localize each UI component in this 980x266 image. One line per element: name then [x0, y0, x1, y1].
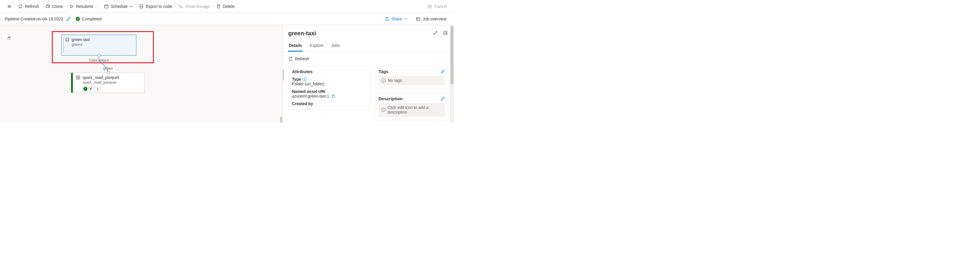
chevron-down-icon [404, 17, 407, 21]
pipeline-name: Pipeline-Created-on-04-13-2023 [5, 17, 63, 21]
svg-point-8 [66, 38, 69, 39]
info-icon[interactable]: i [302, 77, 307, 81]
node-green-taxi[interactable]: green-taxi green/ [61, 35, 136, 56]
tab-jobs[interactable]: Jobs [331, 41, 340, 52]
v-count: 1 [95, 87, 100, 91]
lineage-label: Show lineage [185, 4, 210, 9]
trash-icon [216, 4, 221, 9]
edge-label: green [103, 66, 113, 70]
delete-button[interactable]: Delete [213, 2, 237, 11]
refresh-icon [18, 4, 23, 9]
overview-label: Job overview [423, 17, 446, 21]
panel-refresh-label: Refresh [295, 57, 309, 61]
svg-rect-2 [140, 5, 143, 8]
export-button[interactable]: Export to code [136, 2, 175, 11]
lineage-button: Show lineage [175, 2, 212, 11]
dataset-icon [65, 37, 70, 42]
created-by-label: Created by [292, 101, 313, 106]
copy-icon[interactable] [331, 94, 336, 99]
panel-scrollbar-track[interactable] [450, 25, 454, 123]
top-toolbar: Refresh Clone Resubmit Schedule Export t… [0, 0, 454, 13]
cancel-button: Cancel [425, 2, 450, 11]
panel-title: green-taxi [288, 30, 429, 37]
job-overview-button[interactable]: Job overview [413, 15, 449, 23]
svg-rect-1 [105, 5, 108, 8]
svg-rect-9 [76, 76, 78, 77]
delete-label: Delete [223, 4, 235, 9]
svg-rect-10 [78, 76, 80, 77]
svg-rect-14 [332, 95, 334, 97]
description-header: Description [379, 96, 403, 101]
clone-icon [45, 4, 50, 9]
tab-details[interactable]: Details [288, 41, 303, 52]
info-icon: i [382, 78, 385, 83]
svg-rect-7 [417, 18, 420, 21]
expand-button[interactable] [4, 2, 14, 11]
component-icon [76, 75, 80, 80]
success-check-icon [75, 17, 80, 21]
status-text: Completed [82, 17, 102, 21]
refresh-button[interactable]: Refresh [15, 2, 42, 11]
play-icon [69, 4, 74, 9]
share-button[interactable]: Share [382, 15, 410, 23]
panel-refresh-button[interactable]: Refresh [288, 55, 312, 63]
lineage-icon [178, 4, 183, 9]
port-label: Data output [89, 58, 109, 62]
description-card: Description i Click edit icon to add a d… [375, 93, 449, 121]
svg-rect-3 [179, 5, 180, 6]
v-label: V [89, 87, 93, 91]
h-scroll-indicator[interactable] [280, 117, 282, 123]
node-status-bar [71, 73, 73, 92]
node-subtitle: spark_read_parquet [83, 80, 141, 84]
type-label: Type [292, 77, 301, 81]
resubmit-button[interactable]: Resubmit [67, 2, 96, 11]
cancel-icon [428, 4, 432, 9]
chevron-double-right-icon [7, 4, 12, 9]
share-label: Share [391, 17, 402, 21]
pipeline-canvas[interactable]: green-taxi green/ Data output green spar… [0, 25, 283, 123]
panel-tabs: Details Explore Jobs [283, 38, 454, 52]
refresh-label: Refresh [25, 4, 39, 9]
share-icon [385, 17, 389, 21]
svg-rect-11 [76, 78, 78, 79]
svg-rect-12 [78, 78, 80, 79]
toolbar-separator [99, 3, 99, 10]
edit-description-icon[interactable] [440, 96, 445, 101]
panel-resize-handle[interactable] [283, 69, 284, 81]
clone-button[interactable]: Clone [43, 2, 66, 11]
export-label: Export to code [146, 4, 172, 9]
edit-tags-icon[interactable] [440, 69, 445, 74]
svg-rect-4 [181, 7, 183, 8]
cancel-label: Cancel [434, 4, 447, 9]
status-chip: Completed [75, 17, 102, 21]
export-code-icon [139, 4, 144, 9]
type-value: Folder (uri_folder) [292, 81, 367, 86]
node-title-text: spark_read_parquet [83, 75, 119, 80]
expand-full-icon[interactable] [432, 29, 439, 37]
resubmit-label: Resubmit [76, 4, 93, 9]
schedule-icon [104, 4, 109, 9]
schedule-button[interactable]: Schedule [101, 2, 135, 11]
tags-card: Tags i No tags [375, 66, 449, 89]
input-port[interactable] [107, 71, 110, 74]
node-spark-read-parquet[interactable]: spark_read_parquet spark_read_parquet ✓ … [71, 73, 145, 93]
node-subtitle: green/ [72, 42, 133, 46]
edit-name-icon[interactable] [66, 17, 71, 21]
tab-explore[interactable]: Explore [309, 41, 324, 52]
uri-value: azureml:green-taxi:1 [292, 94, 329, 99]
clone-label: Clone [52, 4, 63, 9]
collapse-panel-icon[interactable] [442, 29, 449, 37]
description-empty-text: Click edit icon to add a description [388, 105, 442, 115]
attributes-card: Attributes Type i Folder (uri_folder) Na… [288, 66, 371, 110]
schedule-label: Schedule [111, 4, 128, 9]
info-icon: i [382, 108, 385, 112]
version-badge: ✓ V 1 [83, 86, 100, 91]
svg-rect-0 [46, 6, 49, 8]
chevron-down-icon [130, 4, 133, 9]
output-port[interactable] [98, 54, 100, 57]
node-accent-bar [63, 37, 64, 53]
details-panel: green-taxi Details Explore Jobs Refresh [283, 25, 454, 123]
pan-tool-icon[interactable] [7, 36, 12, 40]
panel-scrollbar-thumb[interactable] [450, 26, 453, 84]
tags-empty-text: No tags [388, 78, 402, 83]
